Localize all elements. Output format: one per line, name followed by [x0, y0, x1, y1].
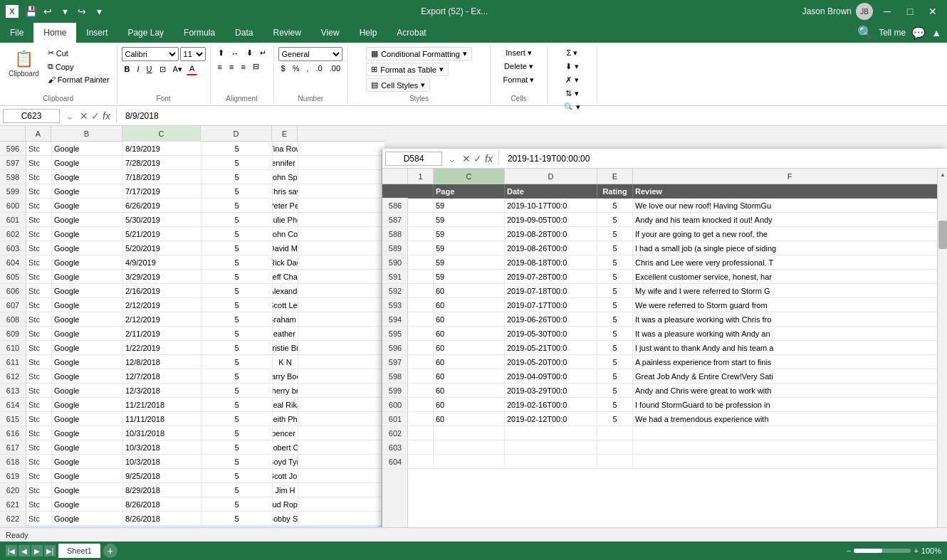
scrollbar-thumb-v[interactable]: [938, 221, 947, 249]
font-family-select[interactable]: Calibri: [122, 47, 179, 61]
tab-help[interactable]: Help: [350, 23, 387, 43]
table-cell[interactable]: 10/3/2018: [123, 455, 202, 469]
table-cell[interactable]: Boyd Tyrr: [273, 455, 298, 469]
table-cell[interactable]: 59: [434, 213, 505, 227]
table-cell[interactable]: Jeff Chan: [273, 270, 298, 284]
overlay-fx-icon[interactable]: fx: [485, 153, 493, 164]
search-icon[interactable]: 🔍: [857, 25, 873, 41]
conditional-formatting-button[interactable]: ▦ Conditional Formatting ▾: [366, 47, 472, 60]
table-cell[interactable]: Chris and Lee were very professional. T: [633, 255, 947, 270]
bold-button[interactable]: B: [122, 63, 133, 75]
table-cell[interactable]: 5: [202, 284, 273, 298]
table-cell[interactable]: [408, 255, 434, 270]
table-cell[interactable]: 2019-06-26T00:0: [505, 312, 597, 327]
wrap-text-button[interactable]: ↵: [257, 47, 269, 59]
table-cell[interactable]: 60: [434, 398, 505, 412]
overlay-confirm-icon[interactable]: ✓: [474, 153, 482, 164]
table-cell[interactable]: 2/12/2019: [123, 298, 202, 312]
table-cell[interactable]: Alexande: [273, 284, 298, 298]
table-cell[interactable]: 5: [202, 384, 273, 398]
table-row[interactable]: 602019-03-29T00:05Andy and Chris were gr…: [408, 384, 947, 398]
table-cell[interactable]: Stc: [26, 156, 52, 170]
border-button[interactable]: ⊡: [157, 63, 169, 75]
table-cell[interactable]: Google: [52, 312, 123, 327]
table-cell[interactable]: [434, 426, 505, 440]
table-row[interactable]: 602019-04-09T00:05Great Job Andy & Entir…: [408, 369, 947, 384]
table-cell[interactable]: Google: [52, 497, 123, 512]
table-row[interactable]: StcGoogle7/17/20195Chris saw: [26, 184, 384, 199]
table-cell[interactable]: Google: [52, 369, 123, 384]
table-cell[interactable]: 59: [434, 255, 505, 270]
overlay-cancel-icon[interactable]: ✕: [462, 153, 471, 164]
autosum-button[interactable]: Σ ▾: [564, 47, 581, 59]
table-row[interactable]: StcGoogle6/26/20195Peter Per: [26, 199, 384, 213]
align-center-button[interactable]: ≡: [226, 60, 236, 73]
table-cell[interactable]: 60: [434, 369, 505, 384]
table-cell[interactable]: 5: [597, 241, 633, 255]
table-cell[interactable]: 5: [202, 440, 273, 455]
table-cell[interactable]: Google: [52, 298, 123, 312]
table-cell[interactable]: [597, 426, 633, 440]
align-right-button[interactable]: ≡: [238, 60, 248, 73]
table-cell[interactable]: 2019-05-30T00:0: [505, 327, 597, 341]
table-cell[interactable]: Jim H: [273, 483, 298, 497]
sort-filter-button[interactable]: ⇅ ▾: [563, 88, 581, 100]
table-cell[interactable]: Stc: [26, 355, 52, 369]
table-row[interactable]: StcGoogle8/26/20185Bobby Sh: [26, 512, 384, 526]
qat-more[interactable]: ▾: [91, 4, 107, 19]
table-cell[interactable]: David Mit: [273, 241, 298, 255]
overlay-name-box[interactable]: [385, 152, 442, 166]
table-cell[interactable]: 5: [202, 184, 273, 199]
table-cell[interactable]: 5: [202, 255, 273, 270]
table-row[interactable]: StcGoogle5/20/20195David Mit: [26, 241, 384, 255]
table-row[interactable]: 602019-02-16T00:05I found StormGuard to …: [408, 398, 947, 412]
table-cell[interactable]: Google: [52, 440, 123, 455]
table-cell[interactable]: 2019-07-18T00:0: [505, 284, 597, 298]
overlay-formula-input[interactable]: [505, 152, 944, 165]
table-cell[interactable]: 2/11/2019: [123, 327, 202, 341]
table-cell[interactable]: 59: [434, 241, 505, 255]
format-table-dropdown[interactable]: ▾: [439, 65, 444, 74]
table-cell[interactable]: Jud Rope: [273, 497, 298, 512]
table-cell[interactable]: [408, 440, 434, 455]
table-cell[interactable]: [597, 440, 633, 455]
table-cell[interactable]: Stc: [26, 341, 52, 355]
table-row[interactable]: [408, 440, 947, 455]
table-cell[interactable]: Robert Co: [273, 440, 298, 455]
table-cell[interactable]: Stc: [26, 298, 52, 312]
underline-button[interactable]: U: [144, 63, 155, 75]
table-cell[interactable]: [505, 440, 597, 455]
table-cell[interactable]: 5: [202, 213, 273, 227]
table-cell[interactable]: 8/26/2018: [123, 512, 202, 526]
table-cell[interactable]: A painless experience from start to fini…: [633, 355, 947, 369]
table-cell[interactable]: Stc: [26, 497, 52, 512]
table-cell[interactable]: We love our new roof! Having StormGu: [633, 199, 947, 213]
table-cell[interactable]: Stc: [26, 241, 52, 255]
table-cell[interactable]: Larry Boor: [273, 369, 298, 384]
table-row[interactable]: StcGoogle12/3/20185sherry bry: [26, 384, 384, 398]
table-cell[interactable]: 5: [202, 412, 273, 426]
table-cell[interactable]: 5: [202, 497, 273, 512]
tab-view[interactable]: View: [311, 23, 350, 43]
table-row[interactable]: StcGoogle2/16/20195Alexande: [26, 284, 384, 298]
table-cell[interactable]: 2019-02-12T00:0: [505, 412, 597, 426]
table-cell[interactable]: 5: [202, 227, 273, 241]
table-cell[interactable]: [597, 455, 633, 469]
name-box[interactable]: [3, 109, 60, 123]
table-cell[interactable]: Google: [52, 398, 123, 412]
table-cell[interactable]: Kristie Bra: [273, 341, 298, 355]
table-row[interactable]: StcGoogle12/8/20185K N: [26, 355, 384, 369]
table-cell[interactable]: Stc: [26, 213, 52, 227]
table-cell[interactable]: 2019-08-26T00:0: [505, 241, 597, 255]
table-cell[interactable]: 9/25/2018: [123, 469, 202, 483]
table-cell[interactable]: Bobby Sh: [273, 512, 298, 526]
format-as-table-button[interactable]: ⊞ Format as Table ▾: [366, 63, 449, 76]
user-section[interactable]: Jason Brown JB: [802, 3, 873, 20]
cell-styles-dropdown[interactable]: ▾: [421, 80, 425, 90]
table-row[interactable]: 602019-05-21T00:05I just want to thank A…: [408, 341, 947, 355]
table-cell[interactable]: 5: [202, 369, 273, 384]
tab-file[interactable]: File: [0, 23, 33, 43]
table-cell[interactable]: 5: [202, 327, 273, 341]
table-cell[interactable]: 7/18/2019: [123, 170, 202, 184]
table-cell[interactable]: 4/9/2019: [123, 255, 202, 270]
